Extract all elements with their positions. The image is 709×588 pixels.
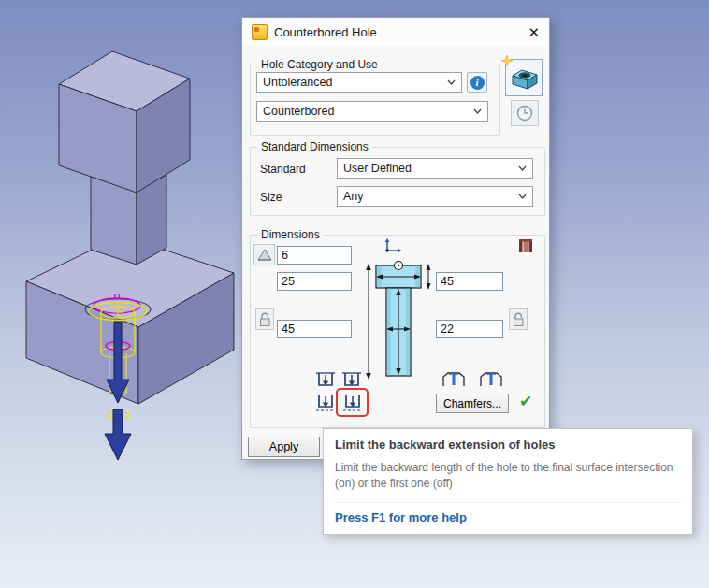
extend-through-toggle[interactable]: [340, 370, 364, 391]
hole-extension-icon: [314, 371, 337, 390]
chamfer-profile-icon: [477, 370, 505, 389]
unlock-icon: [258, 311, 271, 327]
counterbore-section-diagram: [363, 258, 434, 385]
dimensions-group: Dimensions: [250, 235, 545, 428]
lock-left-button[interactable]: [255, 308, 274, 330]
standard-label: Standard: [260, 163, 306, 176]
hole-type-dropdown[interactable]: Counterbored: [256, 101, 488, 122]
dimension-input-bottom-right[interactable]: [436, 320, 503, 338]
model-top-block[interactable]: [59, 51, 190, 193]
close-icon[interactable]: ✕: [528, 25, 540, 39]
hole-type-dropdown-value: Counterbored: [263, 105, 473, 118]
depth-direction-button[interactable]: [253, 244, 275, 265]
confirm-check-icon[interactable]: ✔: [515, 391, 536, 411]
hole-extension-limit-icon: [314, 394, 337, 412]
thread-button[interactable]: [518, 237, 535, 255]
apply-button[interactable]: Apply: [248, 437, 320, 457]
axis-icon: [383, 237, 405, 255]
dialog-title: Counterbored Hole: [274, 25, 377, 39]
standard-dimensions-group: Standard Dimensions Standard User Define…: [250, 147, 545, 216]
hole-extension-limit-icon: [341, 394, 364, 412]
info-button[interactable]: i: [467, 72, 487, 93]
dimension-input-bottom-left[interactable]: [277, 320, 352, 338]
limit-backward-extension-toggle[interactable]: [340, 393, 365, 413]
press-f1-help-text: Press F1 for more help: [335, 502, 681, 524]
hole-category-group-label: Hole Category and Use: [257, 58, 382, 71]
size-label: Size: [260, 191, 282, 204]
history-button[interactable]: [511, 100, 539, 126]
dimensions-group-label: Dimensions: [257, 228, 324, 241]
countersink-angle-icon: [256, 248, 273, 263]
dialog-titlebar[interactable]: Counterbored Hole ✕: [242, 18, 549, 46]
placement-axis-button[interactable]: [383, 237, 405, 257]
tolerance-dropdown[interactable]: Untoleranced: [256, 72, 462, 93]
help-tooltip: Limit the backward extension of holes Li…: [323, 428, 693, 535]
hole-extension-icon: [340, 371, 363, 390]
hole-category-group: Hole Category and Use Untoleranced i Cou…: [250, 65, 500, 136]
chevron-down-icon: [518, 194, 527, 199]
tolerance-dropdown-value: Untoleranced: [263, 76, 447, 89]
counterbore-preview-button[interactable]: [505, 59, 543, 96]
sparkle-icon: [499, 53, 514, 68]
chamfer-option-1[interactable]: [436, 369, 471, 390]
standard-dimensions-group-label: Standard Dimensions: [257, 140, 372, 153]
standard-dropdown-value: User Defined: [343, 162, 518, 175]
info-icon: i: [470, 76, 485, 90]
tooltip-body: Limit the backward length of the hole to…: [335, 460, 681, 492]
lock-right-button[interactable]: [509, 308, 528, 330]
application-window: Counterbored Hole ✕ Hole Category and Us…: [0, 0, 709, 588]
chevron-down-icon: [518, 165, 527, 171]
dimension-input-top-left[interactable]: [277, 246, 352, 265]
chamfers-button[interactable]: Chamfers...: [436, 394, 509, 413]
size-dropdown-value: Any: [343, 190, 518, 203]
limit-forward-extension-toggle[interactable]: [313, 393, 338, 413]
tooltip-title: Limit the backward extension of holes: [335, 437, 681, 452]
thread-icon: [518, 237, 533, 254]
unlock-icon: [512, 311, 525, 327]
chevron-down-icon: [473, 108, 482, 114]
dimension-input-mid-left[interactable]: [277, 272, 352, 291]
chevron-down-icon: [447, 79, 456, 85]
clock-icon: [515, 104, 534, 122]
chamfer-option-2[interactable]: [473, 369, 509, 390]
chamfer-profile-icon: [440, 370, 468, 389]
size-dropdown[interactable]: Any: [337, 186, 533, 207]
standard-dropdown[interactable]: User Defined: [337, 158, 533, 179]
extend-forward-toggle[interactable]: [313, 370, 338, 391]
dimension-input-mid-right[interactable]: [436, 272, 503, 291]
hole-dialog-icon: [252, 24, 268, 40]
counterbored-hole-dialog: Counterbored Hole ✕ Hole Category and Us…: [241, 17, 550, 460]
